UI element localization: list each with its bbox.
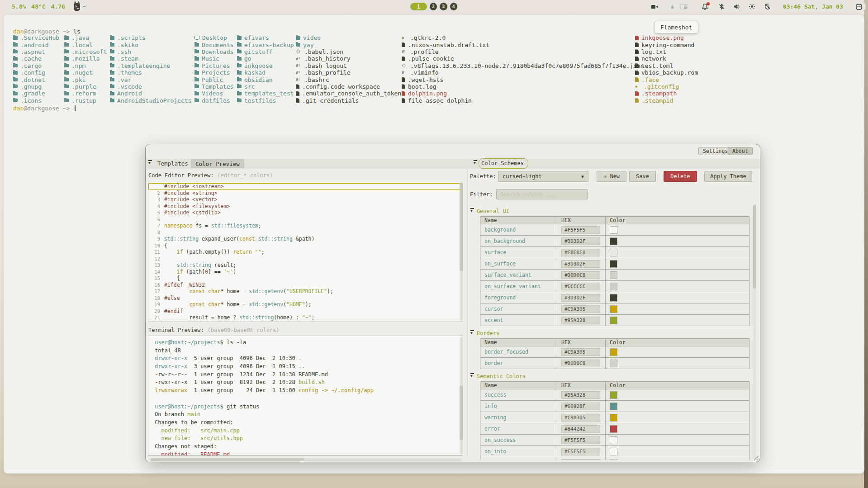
color-swatch[interactable] — [610, 271, 617, 279]
hex-input[interactable]: #95A328 — [561, 391, 600, 399]
color-name[interactable]: error — [480, 423, 557, 435]
hex-input[interactable]: #3D3D2F — [561, 294, 600, 302]
color-swatch[interactable] — [610, 226, 617, 234]
color-swatch[interactable] — [610, 294, 617, 302]
collapse-icon[interactable]: ▼ — [470, 374, 473, 378]
color-name[interactable]: warning — [480, 412, 557, 423]
color-swatch[interactable] — [610, 305, 617, 313]
code-line-selected: #include <iostream> — [148, 183, 463, 190]
color-name[interactable]: on_warning — [480, 457, 557, 460]
workspace-4[interactable]: 4 — [450, 3, 457, 10]
terminal-scrollbar[interactable] — [460, 337, 463, 455]
terminal-h-scrollbar[interactable] — [150, 458, 461, 461]
color-swatch[interactable] — [610, 436, 617, 444]
file-entry: ◈.gitconfig — [635, 83, 698, 90]
color-swatch[interactable] — [610, 249, 617, 256]
color-name[interactable]: accent — [480, 315, 557, 326]
color-swatch[interactable] — [610, 317, 617, 324]
color-name[interactable]: cursor — [480, 303, 557, 315]
color-name[interactable]: surface — [480, 247, 557, 258]
section-title[interactable]: General UI — [477, 208, 509, 214]
hex-input[interactable]: #C9A305 — [561, 414, 600, 422]
color-name[interactable]: border_focused — [480, 346, 557, 358]
shell-prompt-line-2[interactable]: dan@darkgoose ~> — [13, 105, 76, 112]
color-row: surface#E8E8E8 — [480, 247, 749, 258]
collapse-icon[interactable]: ▼ — [148, 161, 151, 165]
color-name[interactable]: border — [480, 358, 557, 369]
hex-input[interactable]: #D0D0C8 — [561, 360, 600, 367]
color-swatch[interactable] — [610, 260, 617, 268]
tab-color-preview[interactable]: Color Preview — [191, 159, 244, 168]
section-title[interactable]: Borders — [477, 330, 500, 336]
workspace-3[interactable]: 3 — [440, 3, 447, 10]
color-swatch[interactable] — [610, 403, 617, 410]
color-name[interactable]: info — [480, 401, 557, 412]
hex-input[interactable]: #C9A305 — [561, 348, 600, 356]
palette-dropdown[interactable]: cursed-light ▼ — [498, 171, 588, 182]
color-swatch[interactable] — [610, 414, 617, 422]
hex-input[interactable]: #C9A305 — [561, 305, 600, 313]
hex-input[interactable]: #CCCCCC — [561, 283, 600, 290]
color-name[interactable]: on_surface — [480, 258, 557, 270]
save-button[interactable]: Save — [629, 171, 656, 182]
hex-input[interactable]: #3D3D2F — [561, 237, 600, 245]
color-swatch[interactable] — [610, 425, 617, 433]
color-schemes-header[interactable]: Color Schemes — [481, 160, 524, 166]
color-name[interactable]: on_surface_variant — [480, 281, 557, 292]
color-swatch[interactable] — [610, 391, 617, 399]
night-light-chip[interactable] — [760, 1, 774, 12]
color-name[interactable]: foreground — [480, 292, 557, 303]
list-scrollbar[interactable] — [753, 204, 756, 459]
folder-icon — [194, 85, 199, 88]
delete-button[interactable]: Delete — [664, 171, 697, 182]
hex-input[interactable]: #B44242 — [561, 425, 600, 433]
apply-theme-button[interactable]: Apply Theme — [704, 171, 752, 182]
tab-templates[interactable]: Templates — [157, 160, 188, 167]
volume-chip[interactable] — [730, 1, 743, 12]
section-title[interactable]: Semantic Colors — [477, 373, 526, 379]
color-swatch[interactable] — [610, 360, 617, 367]
hex-input[interactable]: #D0D0C8 — [561, 271, 600, 279]
color-name[interactable]: on_background — [480, 236, 557, 247]
hex-input[interactable]: #E8E8E8 — [561, 249, 600, 256]
tray-app-chip[interactable] — [852, 1, 866, 12]
inactive-tools-chip[interactable] — [663, 1, 694, 12]
hex-input[interactable]: #F5F5F5 — [561, 448, 600, 455]
new-palette-button[interactable]: + New — [597, 171, 626, 182]
code-scrollbar[interactable] — [460, 182, 463, 321]
color-name[interactable]: background — [480, 224, 557, 236]
notifications-chip[interactable] — [698, 1, 711, 12]
hex-input[interactable]: #F5F5F5 — [561, 436, 600, 444]
color-swatch[interactable] — [610, 448, 617, 455]
system-stats-chip[interactable]: 5.8% 48°C 4.7G — [5, 1, 65, 12]
collapse-icon[interactable]: ▼ — [470, 209, 473, 213]
color-swatch[interactable] — [610, 237, 617, 245]
workspace-2[interactable]: 2 — [430, 3, 437, 10]
color-name[interactable]: on_success — [480, 435, 557, 446]
theme-editor-dialog: Settings About ▼ Templates Color Preview… — [145, 144, 760, 462]
color-swatch[interactable] — [610, 459, 617, 460]
screen-record-chip[interactable] — [648, 1, 661, 12]
hex-input[interactable]: #F5F5F5 — [561, 459, 600, 460]
clock-chip[interactable]: 03:46 Sat, Jan 03 — [776, 1, 850, 12]
hex-input[interactable]: #60928F — [561, 403, 600, 410]
file-entry: .java — [64, 34, 107, 41]
file-icon — [296, 91, 299, 96]
brightness-chip[interactable] — [745, 1, 759, 12]
color-swatch[interactable] — [610, 283, 617, 290]
bluetooth-chip[interactable] — [715, 1, 728, 12]
folder-icon — [194, 50, 199, 53]
workspace-1[interactable]: 1 — [410, 3, 427, 10]
about-button[interactable]: About — [728, 147, 753, 155]
hex-input[interactable]: #3D3D2F — [561, 260, 600, 268]
terminal-app-chip[interactable]: ~ — [69, 1, 91, 12]
collapse-icon[interactable]: ▼ — [474, 161, 476, 165]
hex-input[interactable]: #F5F5F5 — [561, 226, 600, 234]
collapse-icon[interactable]: ▼ — [470, 332, 473, 335]
color-name[interactable]: surface_variant — [480, 270, 557, 281]
filter-input[interactable] — [496, 189, 588, 199]
color-name[interactable]: on_info — [480, 446, 557, 457]
hex-input[interactable]: #95A328 — [561, 317, 600, 324]
color-name[interactable]: success — [480, 389, 557, 401]
color-swatch[interactable] — [610, 348, 617, 356]
